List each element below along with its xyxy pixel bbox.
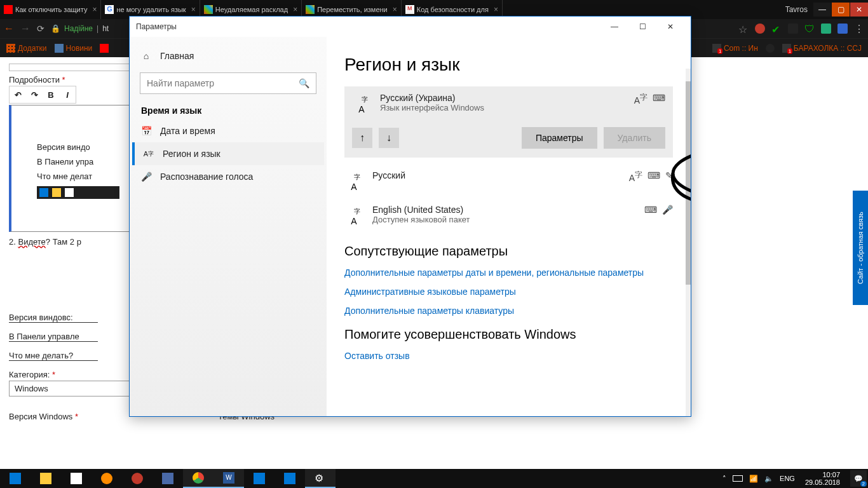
star-icon[interactable]: ☆ xyxy=(738,24,749,34)
feedback-link[interactable]: Оставить отзыв xyxy=(344,351,673,361)
display-lang-icon: A字 xyxy=(629,170,642,183)
bold-button[interactable]: B xyxy=(44,88,58,102)
sidebar-label: Главная xyxy=(160,51,194,61)
settings-search[interactable]: Найти параметр 🔍 xyxy=(140,72,316,94)
language-icon: 字A xyxy=(344,207,363,226)
related-link[interactable]: Дополнительные параметры даты и времени,… xyxy=(344,268,673,278)
close-icon[interactable]: × xyxy=(293,5,297,14)
taskbar-clock[interactable]: 10:07 29.05.2018 xyxy=(801,471,844,486)
close-icon[interactable]: × xyxy=(92,5,97,14)
youtube-icon xyxy=(4,5,13,14)
taskbar-app[interactable] xyxy=(122,469,153,488)
settings-titlebar: Параметры — ☐ ✕ xyxy=(130,17,691,37)
language-indicator[interactable]: ENG xyxy=(780,475,795,482)
close-icon[interactable]: × xyxy=(393,5,397,14)
steam-icon xyxy=(766,44,775,53)
move-down-button[interactable]: ↓ xyxy=(379,128,399,148)
undo-button[interactable]: ↶ xyxy=(11,88,25,102)
gear-icon: ⚙ xyxy=(315,472,326,484)
taskbar-app[interactable] xyxy=(153,469,183,488)
close-button[interactable]: ✕ xyxy=(656,17,684,37)
maximize-button[interactable]: ☐ xyxy=(628,17,656,37)
taskbar-app[interactable] xyxy=(244,469,275,488)
volume-icon[interactable]: 🔈 xyxy=(764,475,773,483)
url-text: ht xyxy=(102,24,109,33)
minimize-button[interactable]: — xyxy=(813,3,831,17)
bookmark-item[interactable] xyxy=(766,44,775,53)
clock-time: 10:07 xyxy=(805,471,840,478)
sidebar-home[interactable]: ⌂ Главная xyxy=(132,44,324,67)
scrollbar[interactable] xyxy=(686,69,691,416)
tab-label: Переместить, измени xyxy=(317,6,388,13)
wifi-icon[interactable]: 📶 xyxy=(749,475,758,483)
move-up-button[interactable]: ↑ xyxy=(352,128,372,148)
bookmark-item[interactable]: БАРАХОЛКА :: CCJ 1 xyxy=(782,44,862,53)
sidebar-section-title: Время и язык xyxy=(132,105,324,119)
sidebar-item-datetime[interactable]: 📅 Дата и время xyxy=(132,119,324,142)
extension-icon[interactable]: 🛡 xyxy=(804,24,815,34)
bookmark-item[interactable]: Новини xyxy=(55,44,93,53)
extension-icon[interactable] xyxy=(821,24,831,34)
handwriting-icon: ✎ xyxy=(665,170,673,183)
ms-icon xyxy=(204,5,213,14)
related-link[interactable]: Дополнительные параметры клавиатуры xyxy=(344,306,673,316)
keyboard-icon: ⌨ xyxy=(653,93,665,105)
sidebar-item-speech[interactable]: 🎤 Распознавание голоса xyxy=(132,165,324,188)
close-window-button[interactable]: ✕ xyxy=(850,3,868,17)
feedback-tab[interactable]: Сайт - обратная связь xyxy=(853,191,868,305)
bookmark-item[interactable] xyxy=(100,44,109,53)
improve-heading: Помогите усовершенствовать Windows xyxy=(344,327,673,342)
close-icon[interactable]: × xyxy=(191,5,196,14)
sidebar-item-region[interactable]: A字 Регион и язык xyxy=(132,142,324,165)
microphone-icon: 🎤 xyxy=(662,205,673,215)
menu-icon[interactable]: ⋮ xyxy=(854,23,864,35)
keyboard-icon: ⌨ xyxy=(644,205,657,215)
secure-label: Надійне xyxy=(64,24,93,33)
tab-label: не могу удалить язык xyxy=(116,6,186,13)
language-title: Русский xyxy=(372,170,405,180)
options-button[interactable]: Параметры xyxy=(522,127,597,149)
apps-button[interactable]: Додатки xyxy=(6,44,47,53)
bookmark-item[interactable]: Com :: Ин 1 xyxy=(712,44,758,53)
italic-button[interactable]: I xyxy=(60,88,74,102)
settings-main: Регион и язык 字A Русский (Украина) Язык … xyxy=(327,37,691,416)
extension-icon[interactable]: ✔ xyxy=(771,24,782,34)
page-line: Версия виндовс: xyxy=(9,313,98,323)
taskbar-app-settings[interactable]: ⚙ xyxy=(305,469,336,488)
taskbar-app-word[interactable]: W xyxy=(214,469,244,488)
win-icon xyxy=(39,188,48,197)
reload-button[interactable]: ⟳ xyxy=(37,24,44,34)
taskbar-app[interactable] xyxy=(275,469,305,488)
taskbar-app[interactable] xyxy=(31,469,61,488)
extension-icon[interactable] xyxy=(837,24,848,34)
windows-taskbar: W ⚙ ˄ 📶 🔈 ENG 10:07 29.05.2018 💬 2 xyxy=(0,469,868,488)
action-center-button[interactable]: 💬 2 xyxy=(850,470,867,487)
battery-icon[interactable] xyxy=(733,475,743,482)
taskbar-app[interactable] xyxy=(61,469,92,488)
browser-tab[interactable]: Как отключить защиту × xyxy=(0,0,101,19)
tray-chevron-icon[interactable]: ˄ xyxy=(722,475,726,483)
taskbar-app-chrome[interactable] xyxy=(183,469,214,488)
explorer-icon xyxy=(52,188,61,197)
start-button[interactable] xyxy=(0,469,31,488)
redo-button[interactable]: ↷ xyxy=(27,88,41,102)
save-icon xyxy=(162,473,173,484)
taskbar-app[interactable] xyxy=(92,469,122,488)
related-link[interactable]: Административные языковые параметры xyxy=(344,287,673,297)
language-row[interactable]: 字A English (United States) Доступен язык… xyxy=(344,198,673,233)
clock-date: 29.05.2018 xyxy=(805,478,840,486)
back-button[interactable]: ← xyxy=(4,23,14,34)
app-icon xyxy=(284,473,295,484)
minimize-button[interactable]: — xyxy=(600,17,628,37)
select-value: Windows xyxy=(15,384,48,393)
extension-icon[interactable] xyxy=(755,24,765,34)
tab-label: Неудаляемая расклад xyxy=(215,6,288,13)
lock-icon: 🔒 xyxy=(51,24,60,33)
close-icon[interactable]: × xyxy=(494,5,498,14)
maximize-button[interactable]: ▢ xyxy=(832,3,850,17)
calendar-icon: 📅 xyxy=(141,126,151,136)
bookmark-label: Додатки xyxy=(18,44,47,53)
language-card-selected[interactable]: 字A Русский (Украина) Язык интерфейса Win… xyxy=(344,86,673,158)
language-row[interactable]: 字A Русский A字 ⌨ ✎ xyxy=(344,164,673,198)
extension-icon[interactable] xyxy=(788,24,798,34)
